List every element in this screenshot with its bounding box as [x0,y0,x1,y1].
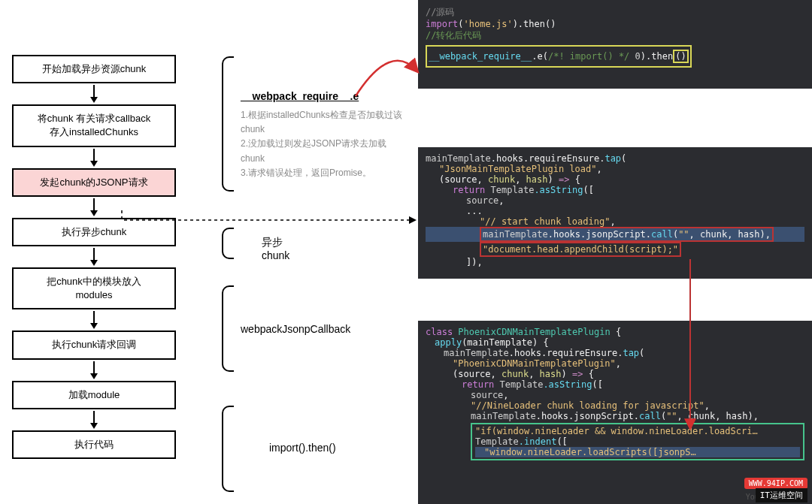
code-snippet-1: //源码 import('home.js').then() //转化后代码 __… [418,0,812,89]
flow-arrow [8,197,180,218]
brace3-title: webpackJsonpCallback [241,323,350,335]
brace1-title: __webpack_require__.e [241,90,406,102]
flowchart: 开始加载异步资源chunk 将chunk 有关请求callback 存入inst… [8,55,180,459]
watermark-badge-dark: IT运维空间 [756,488,807,502]
flow-step-3: 执行异步chunk [12,218,176,246]
flow-arrow [8,360,180,381]
code-snippet-3: class PhoenixCDNMainTemplatePlugin { app… [418,321,812,504]
flow-arrow [8,409,180,430]
flow-arrow [8,147,180,168]
brace1-desc2: 2.没加载过则发起JSONP请求去加载chunk [241,137,406,165]
code-snippet-2: mainTemplate.hooks.requireEnsure.tap( "J… [418,147,812,279]
flow-step-2: 发起chunk的JSONP请求 [12,168,176,197]
brace1-desc1: 1.根据installedChunks检查是否加载过该chunk [241,108,406,137]
flow-step-4: 把chunk中的模块放入 modules [12,267,176,309]
flow-step-6: 加载module [12,381,176,409]
flow-step-0: 开始加载异步资源chunk [12,55,176,83]
flow-step-5: 执行chunk请求回调 [12,330,176,359]
flow-arrow [8,83,180,104]
brace4-title: import().then() [269,442,336,454]
flow-arrow [8,309,180,330]
brace2-title: 异步 chunk [262,236,289,261]
brace1-desc3: 3.请求错误处理，返回Promise。 [241,166,406,180]
watermark-badge-red: WWW.94IP.COM [744,478,807,489]
flow-arrow [8,246,180,267]
flow-step-7: 执行代码 [12,430,176,459]
flow-step-1: 将chunk 有关请求callback 存入installedChunks [12,104,176,146]
